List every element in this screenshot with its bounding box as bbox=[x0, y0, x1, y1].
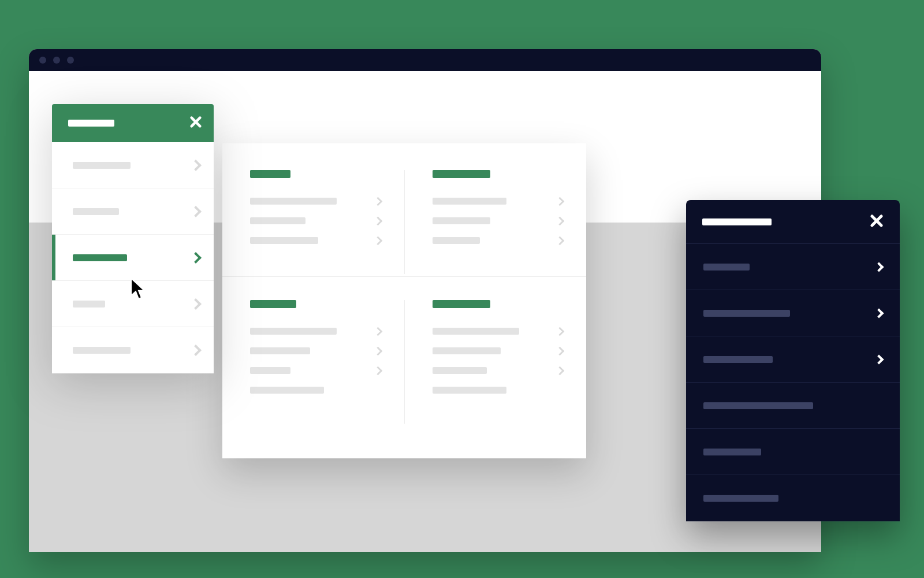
primary-nav-dropdown bbox=[52, 104, 214, 373]
nav-item-label bbox=[73, 162, 131, 169]
nav-item-label bbox=[73, 208, 119, 215]
mega-item-label bbox=[250, 328, 337, 335]
mega-item-label bbox=[433, 387, 506, 394]
nav-item-label bbox=[73, 254, 127, 261]
mobile-nav-header bbox=[686, 200, 900, 244]
mobile-nav-item[interactable] bbox=[686, 336, 900, 383]
mega-group-heading bbox=[250, 300, 296, 308]
mega-menu-panel bbox=[222, 143, 586, 458]
chevron-right-icon bbox=[190, 206, 202, 217]
mobile-nav-item[interactable] bbox=[686, 290, 900, 336]
chevron-right-icon bbox=[556, 216, 565, 225]
primary-nav-item[interactable] bbox=[52, 327, 214, 373]
chevron-right-icon bbox=[874, 262, 884, 272]
mega-menu-item[interactable] bbox=[250, 328, 381, 335]
close-icon[interactable] bbox=[189, 116, 202, 131]
mega-item-label bbox=[250, 347, 310, 354]
mega-item-label bbox=[250, 367, 290, 374]
chevron-right-icon bbox=[556, 346, 565, 355]
traffic-light-zoom-icon[interactable] bbox=[67, 57, 74, 64]
traffic-light-close-icon[interactable] bbox=[39, 57, 46, 64]
chevron-right-icon bbox=[373, 236, 382, 245]
nav-item-label bbox=[73, 347, 131, 354]
chevron-right-icon bbox=[190, 252, 202, 264]
mega-menu-item[interactable] bbox=[250, 217, 381, 224]
chevron-right-icon bbox=[373, 197, 382, 206]
mobile-item-label bbox=[703, 495, 778, 502]
mobile-item-label bbox=[703, 449, 761, 455]
mega-menu-item[interactable] bbox=[250, 387, 381, 394]
chevron-right-icon bbox=[373, 216, 382, 225]
primary-nav-item[interactable] bbox=[52, 188, 214, 235]
chevron-right-icon bbox=[556, 236, 565, 245]
primary-nav-title bbox=[68, 120, 114, 127]
mega-item-label bbox=[433, 367, 487, 374]
chevron-right-icon bbox=[373, 346, 382, 355]
chevron-right-icon bbox=[190, 344, 202, 356]
chevron-right-icon bbox=[190, 298, 202, 310]
mega-group-heading bbox=[433, 300, 490, 308]
mega-item-label bbox=[433, 347, 501, 354]
cursor-icon bbox=[130, 277, 147, 303]
chevron-right-icon bbox=[874, 354, 884, 364]
close-icon[interactable] bbox=[870, 214, 884, 230]
mega-item-label bbox=[433, 198, 506, 205]
mega-menu-group bbox=[222, 300, 405, 424]
primary-nav-item[interactable] bbox=[52, 142, 214, 188]
mega-menu-group bbox=[405, 300, 587, 424]
mega-item-label bbox=[250, 387, 324, 394]
mega-group-heading bbox=[433, 170, 490, 178]
mega-menu-item[interactable] bbox=[433, 237, 564, 244]
mega-menu-item[interactable] bbox=[433, 347, 564, 354]
mega-item-label bbox=[250, 198, 337, 205]
nav-item-label bbox=[73, 301, 105, 307]
mobile-item-label bbox=[703, 264, 750, 271]
mobile-item-label bbox=[703, 310, 790, 317]
mega-menu-item[interactable] bbox=[433, 198, 564, 205]
mega-item-label bbox=[433, 217, 490, 224]
mega-menu-group bbox=[405, 170, 587, 274]
mobile-nav-title bbox=[702, 218, 772, 225]
primary-nav-item-active[interactable] bbox=[52, 235, 214, 281]
mega-group-heading bbox=[250, 170, 290, 178]
chevron-right-icon bbox=[556, 366, 565, 375]
mobile-nav-item[interactable] bbox=[686, 475, 900, 521]
chevron-right-icon bbox=[373, 327, 382, 336]
mega-item-label bbox=[433, 328, 519, 335]
window-title-bar bbox=[29, 49, 821, 71]
traffic-light-min-icon[interactable] bbox=[53, 57, 60, 64]
mobile-item-label bbox=[703, 402, 813, 409]
mega-menu-item[interactable] bbox=[250, 237, 381, 244]
mega-item-label bbox=[250, 237, 318, 244]
mega-item-label bbox=[433, 237, 480, 244]
mega-menu-item[interactable] bbox=[250, 347, 381, 354]
mega-menu-item[interactable] bbox=[250, 198, 381, 205]
mega-menu-item[interactable] bbox=[433, 387, 564, 394]
mobile-nav-item[interactable] bbox=[686, 383, 900, 429]
mega-menu-item[interactable] bbox=[250, 367, 381, 374]
chevron-right-icon bbox=[556, 327, 565, 336]
chevron-right-icon bbox=[556, 197, 565, 206]
mega-menu-item[interactable] bbox=[433, 367, 564, 374]
chevron-right-icon bbox=[373, 366, 382, 375]
mobile-item-label bbox=[703, 356, 773, 363]
mega-menu-item[interactable] bbox=[433, 217, 564, 224]
mega-menu-group bbox=[222, 170, 405, 274]
mobile-nav-item[interactable] bbox=[686, 244, 900, 290]
mega-item-label bbox=[250, 217, 305, 224]
chevron-right-icon bbox=[190, 160, 202, 171]
mobile-nav-drawer bbox=[686, 200, 900, 521]
mobile-nav-item[interactable] bbox=[686, 429, 900, 475]
mega-menu-item[interactable] bbox=[433, 328, 564, 335]
primary-nav-list bbox=[52, 142, 214, 373]
chevron-right-icon bbox=[874, 308, 884, 318]
primary-nav-header bbox=[52, 104, 214, 142]
